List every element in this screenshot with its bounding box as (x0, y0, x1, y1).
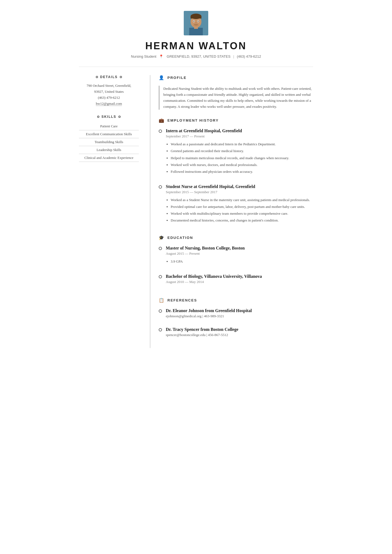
references-title: 📋 REFERENCES (159, 298, 313, 304)
table-row: Dr. Eleanor Johnson from Greenfield Hosp… (159, 308, 313, 321)
resume-header: HERMAN WALTON Nursing Student 📍 GREENFIE… (79, 11, 313, 59)
timeline-content: Intern at Greenfield Hospital, Greenfiel… (166, 128, 313, 178)
timeline-dot (159, 247, 162, 250)
svg-rect-5 (191, 16, 201, 19)
timeline-content: Student Nurse at Greenfield Hopital, Gre… (166, 184, 313, 227)
resume-page: HERMAN WALTON Nursing Student 📍 GREENFIE… (74, 0, 318, 364)
timeline-content: Bachelor of Biology, Villanova Universit… (166, 274, 313, 290)
skills-title: SKILLS (79, 115, 139, 119)
circle-icon-left (96, 76, 98, 78)
entry-date: August 2015 — Present (166, 251, 313, 256)
main-content: 👤 PROFILE Dedicated Nursing Student with… (150, 75, 313, 348)
list-item: Helped to maintain meticulous medical re… (171, 155, 313, 161)
timeline-dot (159, 328, 162, 331)
reference-content: Dr. Eleanor Johnson from Greenfield Hosp… (166, 308, 313, 321)
reference-name: Dr. Tracy Spencer from Boston College (166, 327, 313, 332)
employment-title: 💼 EMPLOYMENT HISTORY (159, 118, 313, 124)
subtitle-bar: Nursing Student 📍 GREENFIELD, 93927, UNI… (79, 54, 313, 59)
entry-bullets: Worked as a passionate and dedicated Int… (166, 141, 313, 174)
timeline-dot (159, 130, 162, 133)
entry-date: September 2017 — Present (166, 134, 313, 138)
timeline-dot (159, 309, 162, 313)
table-row: Bachelor of Biology, Villanova Universit… (159, 274, 313, 290)
divider: | (233, 54, 234, 59)
profile-title: 👤 PROFILE (159, 75, 313, 81)
sidebar: DETAILS 790 Orchard Street, Greenfield, … (79, 75, 139, 348)
profile-text: Dedicated Nursing Student with the abili… (159, 86, 313, 110)
list-item: Clinical and Academic Experience (79, 154, 139, 162)
table-row: Master of Nursing, Boston College, Bosto… (159, 246, 313, 268)
reference-name: Dr. Eleanor Johnson from Greenfield Hosp… (166, 308, 313, 313)
briefcase-icon: 💼 (159, 118, 165, 123)
timeline-content: Master of Nursing, Boston College, Bosto… (166, 246, 313, 268)
reference-contact: ejohnson@gfmedical.org | 463-989-3321 (166, 314, 313, 318)
circle-icon-right (120, 76, 122, 78)
references-icon: 📋 (159, 298, 165, 303)
table-row: Intern at Greenfield Hospital, Greenfiel… (159, 128, 313, 178)
details-section: DETAILS 790 Orchard Street, Greenfield, … (79, 75, 139, 107)
svg-point-8 (193, 21, 194, 22)
entry-title: Intern at Greenfield Hospital, Greenfiel… (166, 128, 313, 133)
references-section: 📋 REFERENCES Dr. Eleanor Johnson from Gr… (159, 298, 313, 340)
circle-icon-skills-left (97, 116, 99, 118)
skills-section: SKILLS Patient CareExcellent Communicati… (79, 115, 139, 162)
entry-date: August 2010 — May 2014 (166, 280, 313, 284)
timeline-dot (159, 275, 162, 278)
skills-list: Patient CareExcellent Communication Skil… (79, 122, 139, 162)
entry-bullets: Worked as a Student Nurse in the materni… (166, 197, 313, 223)
list-item: Excellent Communication Skills (79, 130, 139, 138)
list-item: Worked as a passionate and dedicated Int… (171, 141, 313, 147)
location-icon: 📍 (159, 54, 163, 59)
entry-bullets: 3.9 GPA (166, 258, 313, 264)
list-item: Worked with with multidisciplinary team … (171, 211, 313, 217)
svg-point-11 (193, 24, 199, 26)
education-title: 🎓 EDUCATION (159, 235, 313, 241)
svg-point-10 (195, 23, 197, 23)
references-entries: Dr. Eleanor Johnson from Greenfield Hosp… (159, 308, 313, 340)
list-item: Teambuilding Skills (79, 138, 139, 146)
entry-title: Bachelor of Biology, Villanova Universit… (166, 274, 313, 279)
details-text: 790 Orchard Street, Greenfield, 93927, U… (79, 83, 139, 107)
list-item: Worked as a Student Nurse in the materni… (171, 197, 313, 203)
list-item: Worked well with nurses, doctors, and me… (171, 162, 313, 168)
location: GREENFIELD, 93927, UNITED STATES (167, 54, 230, 59)
svg-rect-1 (189, 28, 203, 35)
education-section: 🎓 EDUCATION Master of Nursing, Boston Co… (159, 235, 313, 290)
table-row: Student Nurse at Greenfield Hopital, Gre… (159, 184, 313, 227)
table-row: Dr. Tracy Spencer from Boston Collegespe… (159, 327, 313, 340)
list-item: Provided optimal care for antepartum, la… (171, 204, 313, 210)
reference-contact: spencer@bostoncollege.edu | 456-867-5512 (166, 333, 313, 337)
main-layout: DETAILS 790 Orchard Street, Greenfield, … (79, 67, 313, 348)
email-link[interactable]: hw12@gmail.com (96, 101, 122, 106)
list-item: Greeted patients and recorded their medi… (171, 148, 313, 154)
education-entries: Master of Nursing, Boston College, Bosto… (159, 246, 313, 290)
profile-section: 👤 PROFILE Dedicated Nursing Student with… (159, 75, 313, 110)
full-name: HERMAN WALTON (79, 40, 313, 52)
entry-title: Student Nurse at Greenfield Hopital, Gre… (166, 184, 313, 189)
timeline-dot (159, 185, 162, 189)
employment-section: 💼 EMPLOYMENT HISTORY Intern at Greenfiel… (159, 118, 313, 227)
avatar (184, 11, 208, 35)
entry-title: Master of Nursing, Boston College, Bosto… (166, 246, 313, 251)
list-item: Leadership Skills (79, 146, 139, 154)
svg-point-9 (198, 21, 199, 22)
details-title: DETAILS (79, 75, 139, 79)
job-title: Nursing Student (131, 54, 156, 59)
person-icon: 👤 (159, 75, 165, 80)
circle-icon-skills-right (118, 116, 121, 118)
list-item: Documented medical histories, concerns, … (171, 217, 313, 223)
list-item: Patient Care (79, 122, 139, 130)
employment-entries: Intern at Greenfield Hospital, Greenfiel… (159, 128, 313, 227)
list-item: Followed instructions and physician orde… (171, 169, 313, 175)
graduation-icon: 🎓 (159, 235, 165, 240)
list-item: 3.9 GPA (171, 258, 313, 264)
reference-content: Dr. Tracy Spencer from Boston Collegespe… (166, 327, 313, 340)
entry-date: September 2015 — September 2017 (166, 190, 313, 194)
phone-header: (463) 479-6212 (237, 54, 261, 59)
